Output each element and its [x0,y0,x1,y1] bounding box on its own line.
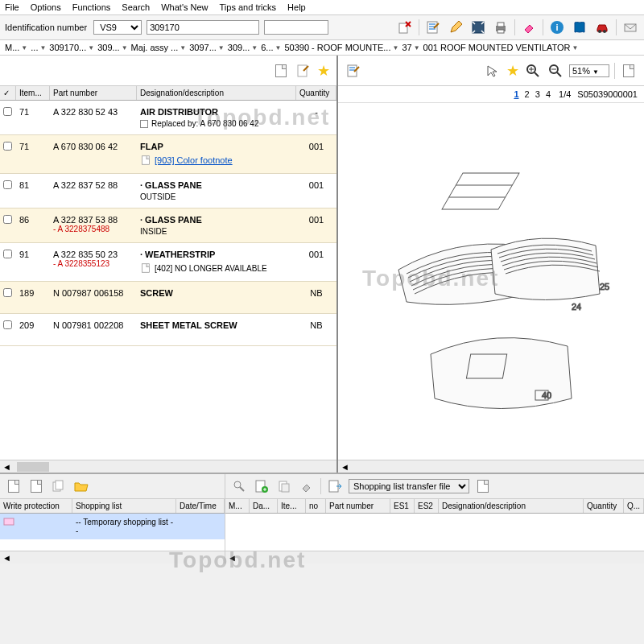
hdr-desc[interactable]: Designation/description [439,499,584,513]
mail-icon[interactable] [621,19,639,36]
row-checkbox[interactable] [0,213,16,237]
add-item-icon[interactable] [253,477,270,495]
parts-row[interactable]: 71A 670 830 06 42FLAP [903] Color footno… [0,135,336,174]
technical-drawing[interactable]: 24 25 40 [338,103,644,460]
book-icon[interactable] [571,19,588,36]
row-checkbox[interactable] [0,248,16,276]
delete-icon[interactable] [396,19,414,36]
id-extra-input[interactable] [264,20,328,35]
edit-list-icon[interactable] [424,19,442,36]
hdr-es1[interactable]: ES1 [390,499,415,513]
parts-row[interactable]: 209N 007981 002208SHEET METAL SCREWNB [0,314,336,346]
viewer-scrollbar[interactable]: ◄ [338,460,644,473]
chevron-down-icon[interactable]: ▼ [414,44,420,52]
chevron-down-icon[interactable]: ▼ [251,44,258,52]
chevron-down-icon[interactable]: ▼ [392,44,398,52]
parts-row[interactable]: 86A 322 837 53 88- A 3228375488· GLASS P… [0,208,336,243]
annotate-icon[interactable] [345,62,362,80]
page-1[interactable]: 1 [514,89,518,99]
transfer-icon[interactable] [326,477,344,495]
expand-icon[interactable] [469,19,487,36]
bc-5[interactable]: 3097... [189,43,217,52]
remove-item-icon[interactable] [275,477,293,495]
parts-table-body[interactable]: 71A 322 830 52 43AIR DISTRIBUTOR Replace… [0,101,336,460]
bc-6[interactable]: 309... [228,43,250,52]
chevron-down-icon[interactable]: ▼ [218,44,225,52]
menu-options[interactable]: Options [31,2,61,12]
row-checkbox[interactable] [0,105,16,130]
chevron-down-icon[interactable]: ▼ [180,44,186,52]
page-icon[interactable] [620,62,638,80]
chevron-down-icon[interactable]: ▼ [572,44,579,52]
header-item[interactable]: Item... [16,86,50,100]
parts-row[interactable]: 91A 322 835 50 23- A 3228355123· WEATHER… [0,243,336,282]
hdr-m[interactable]: M... [225,499,250,513]
favorite-icon[interactable]: ★ [317,62,330,80]
hdr-qty[interactable]: Quantity [584,499,624,513]
menu-file[interactable]: File [5,2,19,12]
row-checkbox[interactable] [0,140,16,168]
header-write-protection[interactable]: Write protection [0,499,72,513]
hdr-ite[interactable]: Ite... [278,499,306,513]
header-shopping-list[interactable]: Shopping list [72,499,176,513]
bc-0[interactable]: M... [5,43,19,52]
hdr-da[interactable]: Da... [250,499,278,513]
bc-7[interactable]: 6... [261,43,273,52]
horizontal-scrollbar[interactable]: ◄ [0,460,336,473]
header-partnumber[interactable]: Part number [50,86,137,100]
bc-2[interactable]: 309170... [49,43,86,52]
hdr-no[interactable]: no [306,499,326,513]
row-checkbox[interactable] [0,179,16,203]
id-number-input[interactable] [147,20,259,35]
header-description[interactable]: Designation/description [137,86,296,100]
bc-10[interactable]: 001 ROOF MOUNTED VENTILATOR [423,43,571,52]
header-check[interactable]: ✓ [0,86,16,100]
header-quantity[interactable]: Quantity [296,86,336,100]
edit-icon[interactable] [295,62,312,80]
bottom-right-scrollbar[interactable]: ◄ [225,551,644,564]
id-type-select[interactable]: VS9 [93,20,142,35]
page-3[interactable]: 3 [535,89,540,99]
eraser-icon[interactable] [520,19,538,36]
print-icon[interactable] [492,19,510,36]
copy-list-icon[interactable] [27,477,45,495]
bc-1[interactable]: ... [31,43,38,52]
menu-help[interactable]: Help [287,2,306,12]
menu-search[interactable]: Search [122,2,150,12]
pencil-icon[interactable] [447,19,464,36]
page-2[interactable]: 2 [525,89,530,99]
hdr-pn[interactable]: Part number [326,499,390,513]
chevron-down-icon[interactable]: ▼ [39,44,46,52]
chevron-down-icon[interactable]: ▼ [21,44,27,52]
parts-row[interactable]: 71A 322 830 52 43AIR DISTRIBUTOR Replace… [0,101,336,135]
page-4[interactable]: 4 [546,89,551,99]
hdr-q[interactable]: Q... [624,499,644,513]
zoom-level-select[interactable]: 51% ▼ [569,64,609,77]
export-icon[interactable] [474,477,492,495]
favorite-viewer-icon[interactable]: ★ [506,62,519,80]
menu-functions[interactable]: Functions [72,2,111,12]
menu-tips[interactable]: Tips and tricks [220,2,277,12]
bottom-left-scrollbar[interactable]: ◄ [0,551,225,564]
search-item-icon[interactable] [230,477,248,495]
open-folder-icon[interactable] [72,477,90,495]
parts-row[interactable]: 81A 322 837 52 88· GLASS PANEOUTSIDE001 [0,174,336,208]
bc-9[interactable]: 37 [402,43,411,52]
copy-icon[interactable] [272,62,290,80]
duplicate-icon[interactable] [50,477,68,495]
hdr-es2[interactable]: ES2 [415,499,439,513]
row-checkbox[interactable] [0,319,16,341]
erase-item-icon[interactable] [298,477,316,495]
zoom-in-icon[interactable] [524,62,542,80]
new-list-icon[interactable] [5,477,23,495]
info-icon[interactable]: i [548,19,566,36]
chevron-down-icon[interactable]: ▼ [275,44,282,52]
bc-3[interactable]: 309... [97,43,120,52]
menu-whatsnew[interactable]: What's New [161,2,208,12]
chevron-down-icon[interactable]: ▼ [122,44,128,52]
row-checkbox[interactable] [0,287,16,308]
vehicle-icon[interactable] [593,19,611,36]
bc-4[interactable]: Maj. assy ... [131,43,179,52]
zoom-out-icon[interactable] [547,62,564,80]
parts-row[interactable]: 189N 007987 006158SCREWNB [0,282,336,314]
